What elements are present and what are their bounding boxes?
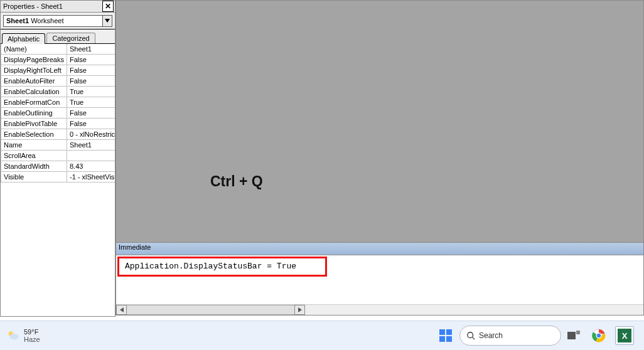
scroll-track[interactable] xyxy=(127,305,294,315)
property-row[interactable]: EnableAutoFilterFalse xyxy=(1,76,115,87)
property-row[interactable]: NameSheet1 xyxy=(1,140,115,151)
property-row[interactable]: DisplayPageBreaksFalse xyxy=(1,55,115,65)
property-row[interactable]: StandardWidth8.43 xyxy=(1,161,115,172)
svg-rect-12 xyxy=(576,331,580,334)
immediate-body xyxy=(116,255,643,304)
property-row[interactable]: (Name)Sheet1 xyxy=(1,44,115,55)
immediate-input[interactable] xyxy=(120,259,640,300)
weather-icon xyxy=(6,329,20,342)
svg-line-10 xyxy=(473,337,475,340)
properties-grid[interactable]: (Name)Sheet1DisplayPageBreaksFalseDispla… xyxy=(1,44,115,316)
taskbar: 59°F Haze Search X xyxy=(0,321,644,350)
close-icon[interactable]: ✕ xyxy=(102,1,114,12)
svg-marker-2 xyxy=(298,307,302,312)
scroll-right-icon[interactable] xyxy=(294,305,305,315)
property-row[interactable]: EnableCalculationTrue xyxy=(1,87,115,97)
search-placeholder: Search xyxy=(479,331,503,340)
property-row[interactable]: ScrollArea xyxy=(1,151,115,161)
chevron-down-icon[interactable] xyxy=(103,15,112,27)
property-name: EnableSelection xyxy=(1,129,67,140)
object-type: Worksheet xyxy=(31,17,63,24)
property-name: StandardWidth xyxy=(1,161,67,172)
property-row[interactable]: EnablePivotTableFalse xyxy=(1,119,115,129)
properties-title: Properties - Sheet1 xyxy=(2,3,102,10)
property-name: EnableFormatCon xyxy=(1,97,67,108)
weather-temp: 59°F xyxy=(24,328,40,336)
property-row[interactable]: DisplayRightToLeftFalse xyxy=(1,65,115,76)
object-name: Sheet1 xyxy=(6,17,29,24)
property-row[interactable]: Visible-1 - xlSheetVisible xyxy=(1,172,115,183)
tab-alphabetic[interactable]: Alphabetic xyxy=(2,33,45,44)
property-value[interactable]: False xyxy=(67,55,115,65)
properties-titlebar: Properties - Sheet1 ✕ xyxy=(1,1,115,13)
property-value[interactable]: True xyxy=(67,87,115,97)
chrome-icon[interactable] xyxy=(590,327,608,344)
property-row[interactable]: EnableSelection0 - xlNoRestrictions xyxy=(1,129,115,140)
tab-categorized[interactable]: Categorized xyxy=(46,33,95,43)
property-value[interactable] xyxy=(67,151,115,161)
property-value[interactable]: -1 - xlSheetVisible xyxy=(67,172,115,183)
property-value[interactable]: Sheet1 xyxy=(67,140,115,151)
excel-icon[interactable]: X xyxy=(615,326,634,345)
svg-point-15 xyxy=(597,334,601,337)
properties-tabs: Alphabetic Categorized xyxy=(1,29,115,44)
code-background: Ctrl + Q xyxy=(115,0,644,243)
svg-point-9 xyxy=(468,332,473,338)
property-name: ScrollArea xyxy=(1,151,67,161)
svg-marker-1 xyxy=(120,307,124,312)
property-value[interactable]: False xyxy=(67,119,115,129)
weather-cond: Haze xyxy=(24,336,40,343)
object-selector[interactable]: Sheet1 Worksheet xyxy=(3,15,103,27)
property-value[interactable]: False xyxy=(67,76,115,87)
svg-rect-8 xyxy=(446,336,452,342)
property-row[interactable]: EnableFormatConTrue xyxy=(1,97,115,108)
search-input[interactable]: Search xyxy=(459,326,561,346)
property-name: EnableCalculation xyxy=(1,87,67,97)
property-value[interactable]: Sheet1 xyxy=(67,44,115,55)
svg-point-4 xyxy=(10,334,19,339)
property-name: EnableOutlining xyxy=(1,108,67,119)
property-value[interactable]: True xyxy=(67,97,115,108)
property-name: DisplayPageBreaks xyxy=(1,55,67,65)
property-value[interactable]: False xyxy=(67,65,115,76)
code-area: Ctrl + Q Immediate xyxy=(115,0,644,316)
overlay-hint: Ctrl + Q xyxy=(210,173,263,190)
immediate-window: Immediate xyxy=(115,243,644,316)
svg-marker-0 xyxy=(105,19,110,23)
property-row[interactable]: EnableOutliningFalse xyxy=(1,108,115,119)
immediate-scrollbar[interactable] xyxy=(116,304,643,315)
property-name: EnablePivotTable xyxy=(1,119,67,129)
properties-pane: Properties - Sheet1 ✕ Sheet1 Worksheet A… xyxy=(0,0,115,317)
property-name: Visible xyxy=(1,172,67,183)
property-name: DisplayRightToLeft xyxy=(1,65,67,76)
immediate-title: Immediate xyxy=(116,243,643,255)
svg-rect-11 xyxy=(567,332,576,339)
property-name: Name xyxy=(1,140,67,151)
start-icon[interactable] xyxy=(438,328,453,343)
property-name: (Name) xyxy=(1,44,67,55)
taskview-icon[interactable] xyxy=(565,327,582,344)
svg-rect-5 xyxy=(439,329,445,335)
svg-rect-7 xyxy=(439,336,445,342)
svg-rect-6 xyxy=(446,329,452,335)
property-value[interactable]: 0 - xlNoRestrictions xyxy=(67,129,115,140)
property-value[interactable]: False xyxy=(67,108,115,119)
property-name: EnableAutoFilter xyxy=(1,76,67,87)
weather-widget[interactable]: 59°F Haze xyxy=(6,328,40,343)
property-value[interactable]: 8.43 xyxy=(67,161,115,172)
scroll-left-icon[interactable] xyxy=(116,305,127,315)
search-icon xyxy=(466,331,475,340)
object-selector-row: Sheet1 Worksheet xyxy=(1,13,115,29)
